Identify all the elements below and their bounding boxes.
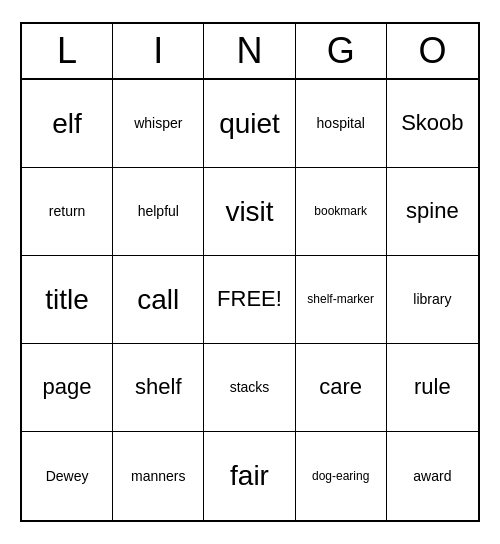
cell-r0-c4: Skoob [387, 80, 478, 168]
cell-r4-c1: manners [113, 432, 204, 520]
cell-r2-c1: call [113, 256, 204, 344]
cell-text-r4-c0: Dewey [46, 468, 89, 485]
cell-r2-c4: library [387, 256, 478, 344]
cell-r1-c3: bookmark [296, 168, 387, 256]
cell-r0-c0: elf [22, 80, 113, 168]
cell-text-r1-c4: spine [406, 198, 459, 224]
cell-r3-c0: page [22, 344, 113, 432]
cell-r3-c3: care [296, 344, 387, 432]
cell-text-r1-c1: helpful [138, 203, 179, 220]
cell-text-r2-c4: library [413, 291, 451, 308]
header-letter-n: N [204, 24, 295, 78]
cell-text-r3-c0: page [43, 374, 92, 400]
cell-r2-c0: title [22, 256, 113, 344]
cell-text-r4-c1: manners [131, 468, 185, 485]
cell-text-r1-c2: visit [225, 195, 273, 229]
bingo-card: LINGO elfwhisperquiethospitalSkoobreturn… [20, 22, 480, 522]
cell-r1-c2: visit [204, 168, 295, 256]
cell-r0-c2: quiet [204, 80, 295, 168]
cell-text-r4-c4: award [413, 468, 451, 485]
cell-r1-c0: return [22, 168, 113, 256]
cell-r4-c4: award [387, 432, 478, 520]
cell-text-r3-c1: shelf [135, 374, 181, 400]
cell-r0-c3: hospital [296, 80, 387, 168]
cell-r2-c2: FREE! [204, 256, 295, 344]
header-letter-l: L [22, 24, 113, 78]
cell-r3-c4: rule [387, 344, 478, 432]
header-letter-g: G [296, 24, 387, 78]
header-letter-o: O [387, 24, 478, 78]
cell-r4-c2: fair [204, 432, 295, 520]
cell-text-r2-c1: call [137, 283, 179, 317]
header-letter-i: I [113, 24, 204, 78]
cell-text-r0-c4: Skoob [401, 110, 463, 136]
cell-r3-c1: shelf [113, 344, 204, 432]
cell-text-r3-c3: care [319, 374, 362, 400]
cell-r4-c0: Dewey [22, 432, 113, 520]
bingo-header: LINGO [22, 24, 478, 80]
cell-text-r0-c0: elf [52, 107, 82, 141]
cell-text-r4-c2: fair [230, 459, 269, 493]
cell-r4-c3: dog-earing [296, 432, 387, 520]
cell-text-r2-c0: title [45, 283, 89, 317]
cell-text-r2-c3: shelf-marker [307, 292, 374, 306]
cell-r1-c1: helpful [113, 168, 204, 256]
cell-text-r4-c3: dog-earing [312, 469, 369, 483]
bingo-grid: elfwhisperquiethospitalSkoobreturnhelpfu… [22, 80, 478, 520]
cell-r1-c4: spine [387, 168, 478, 256]
cell-text-r1-c3: bookmark [314, 204, 367, 218]
cell-text-r0-c3: hospital [317, 115, 365, 132]
cell-text-r1-c0: return [49, 203, 86, 220]
cell-text-r0-c2: quiet [219, 107, 280, 141]
cell-text-r3-c2: stacks [230, 379, 270, 396]
cell-text-r0-c1: whisper [134, 115, 182, 132]
cell-text-r2-c2: FREE! [217, 286, 282, 312]
cell-text-r3-c4: rule [414, 374, 451, 400]
cell-r2-c3: shelf-marker [296, 256, 387, 344]
cell-r3-c2: stacks [204, 344, 295, 432]
cell-r0-c1: whisper [113, 80, 204, 168]
